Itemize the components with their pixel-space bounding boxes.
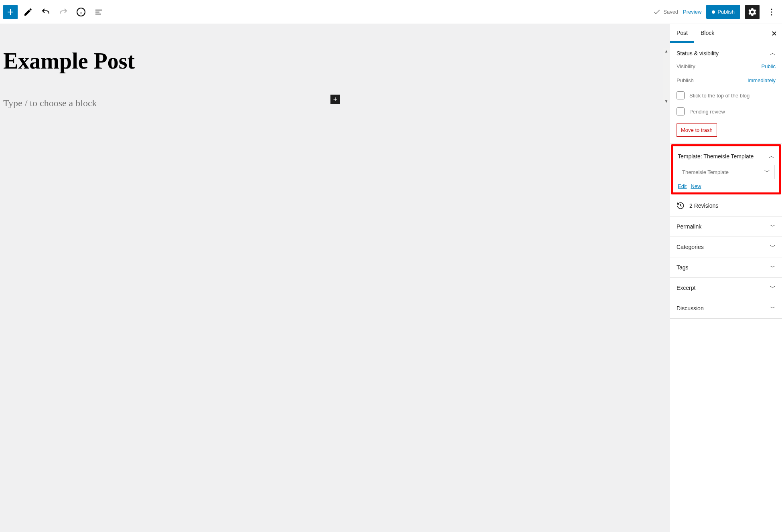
template-selected-value: Themeisle Template	[682, 169, 729, 175]
undo-button[interactable]	[38, 5, 53, 19]
panel-categories-header[interactable]: Categories ﹀	[670, 237, 782, 257]
template-panel-highlighted: Template: Themeisle Template ︿ Themeisle…	[671, 144, 781, 194]
panel-tags-title: Tags	[677, 264, 689, 271]
undo-icon	[41, 7, 51, 17]
pencil-icon	[23, 7, 33, 17]
status-dot	[712, 10, 715, 14]
close-sidebar-button[interactable]: ✕	[770, 28, 779, 40]
redo-icon	[59, 7, 68, 17]
saved-indicator: Saved	[653, 8, 678, 16]
revisions-label: 2 Revisions	[689, 202, 718, 209]
visibility-label: Visibility	[677, 63, 695, 69]
history-icon	[677, 202, 685, 210]
panel-tags-header[interactable]: Tags ﹀	[670, 257, 782, 277]
panel-permalink-header[interactable]: Permalink ﹀	[670, 216, 782, 237]
pending-checkbox[interactable]	[677, 107, 685, 115]
panel-permalink-title: Permalink	[677, 223, 701, 230]
scroll-down-icon: ▼	[664, 98, 669, 104]
block-placeholder[interactable]: Type / to choose a block +	[3, 98, 340, 109]
chevron-down-icon: ﹀	[770, 305, 776, 312]
svg-point-9	[771, 11, 772, 12]
chevron-up-icon: ︿	[770, 50, 776, 57]
publish-value[interactable]: Immediately	[748, 77, 776, 83]
template-select[interactable]: Themeisle Template ﹀	[678, 165, 774, 179]
publish-label: Publish	[717, 9, 735, 15]
tab-block[interactable]: Block	[694, 24, 721, 43]
gear-icon	[748, 7, 757, 17]
template-new-link[interactable]: New	[691, 183, 701, 189]
panel-categories-title: Categories	[677, 244, 704, 250]
scroll-up-icon: ▲	[664, 48, 669, 54]
stick-checkbox[interactable]	[677, 91, 685, 99]
kebab-icon	[767, 7, 776, 17]
panel-excerpt-title: Excerpt	[677, 285, 695, 291]
pending-checkbox-row[interactable]: Pending review	[677, 107, 776, 115]
publish-label: Publish	[677, 77, 694, 83]
settings-sidebar: Post Block ✕ Status & visibility ︿ Visib…	[670, 24, 782, 532]
editor-canvas[interactable]: Example Post Type / to choose a block + …	[0, 24, 670, 532]
panel-status-header[interactable]: Status & visibility ︿	[670, 43, 782, 63]
scrollbar[interactable]: ▲ ▼	[663, 48, 670, 104]
list-icon	[94, 7, 103, 17]
panel-discussion-header[interactable]: Discussion ﹀	[670, 298, 782, 318]
svg-point-8	[771, 8, 772, 10]
publish-button[interactable]: Publish	[706, 5, 740, 19]
tab-post[interactable]: Post	[670, 24, 694, 43]
chevron-down-icon: ﹀	[764, 168, 770, 176]
post-title[interactable]: Example Post	[3, 48, 340, 74]
edit-mode-button[interactable]	[21, 5, 35, 19]
inline-add-block-button[interactable]: +	[330, 95, 340, 104]
toolbar-left	[3, 5, 106, 19]
placeholder-text: Type / to choose a block	[3, 98, 97, 108]
panel-discussion-title: Discussion	[677, 305, 704, 312]
pending-label: Pending review	[689, 109, 725, 115]
preview-button[interactable]: Preview	[683, 9, 701, 15]
more-options-button[interactable]	[764, 5, 779, 19]
panel-status-title: Status & visibility	[677, 50, 719, 57]
panel-template-header[interactable]: Template: Themeisle Template ︿	[678, 151, 774, 165]
template-edit-link[interactable]: Edit	[678, 183, 687, 189]
info-button[interactable]	[74, 5, 88, 19]
chevron-down-icon: ﹀	[770, 243, 776, 251]
panel-template-title: Template: Themeisle Template	[678, 153, 754, 160]
settings-button[interactable]	[745, 5, 760, 19]
outline-button[interactable]	[91, 5, 106, 19]
move-to-trash-button[interactable]: Move to trash	[677, 123, 717, 137]
toolbar-right: Saved Preview Publish	[653, 5, 779, 19]
svg-point-10	[771, 14, 772, 15]
redo-button[interactable]	[56, 5, 71, 19]
chevron-up-icon: ︿	[769, 153, 774, 160]
stick-label: Stick to the top of the blog	[689, 93, 750, 99]
panel-excerpt-header[interactable]: Excerpt ﹀	[670, 278, 782, 298]
info-icon	[76, 7, 86, 17]
check-icon	[653, 8, 661, 16]
stick-checkbox-row[interactable]: Stick to the top of the blog	[677, 91, 776, 99]
revisions-row[interactable]: 2 Revisions	[670, 195, 782, 216]
chevron-down-icon: ﹀	[770, 264, 776, 271]
chevron-down-icon: ﹀	[770, 223, 776, 230]
add-block-button[interactable]	[3, 5, 18, 19]
saved-label: Saved	[663, 9, 678, 15]
chevron-down-icon: ﹀	[770, 284, 776, 291]
plus-icon	[6, 7, 15, 17]
visibility-value[interactable]: Public	[762, 63, 776, 69]
